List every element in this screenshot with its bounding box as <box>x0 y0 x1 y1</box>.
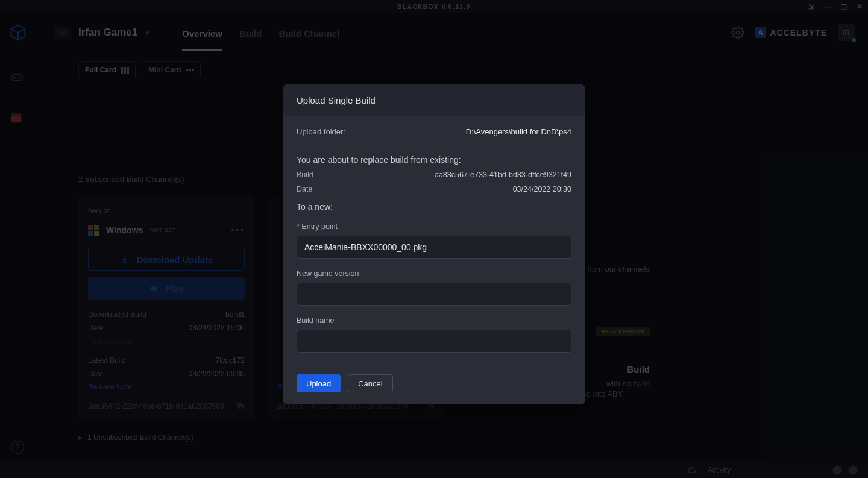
build-name-input[interactable] <box>297 330 571 353</box>
game-version-input[interactable] <box>297 283 571 306</box>
entry-point-label: Entry point <box>297 222 571 231</box>
upload-button[interactable]: Upload <box>297 374 341 392</box>
to-new-text: To a new: <box>297 202 571 212</box>
entry-point-input[interactable] <box>297 236 571 259</box>
cancel-button[interactable]: Cancel <box>348 374 392 392</box>
build-name-label: Build name <box>297 316 571 325</box>
replace-text: You are about to replace build from exis… <box>297 155 571 165</box>
game-version-label: New game version <box>297 269 571 278</box>
upload-folder-label: Upload folder: <box>297 127 345 136</box>
modal-title: Upload Single Build <box>283 84 585 116</box>
upload-folder-value: D:\Avengers\build for DnD\ps4 <box>466 127 571 136</box>
upload-single-build-modal: Upload Single Build Upload folder: D:\Av… <box>283 84 585 404</box>
modal-overlay: Upload Single Build Upload folder: D:\Av… <box>0 0 868 478</box>
